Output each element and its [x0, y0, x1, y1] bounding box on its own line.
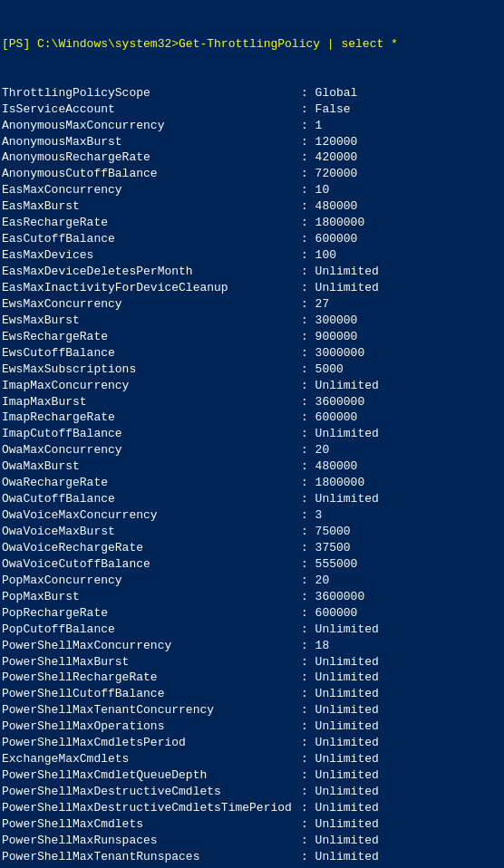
- row-separator: :: [301, 362, 315, 378]
- row-key: EasRechargeRate: [2, 215, 301, 231]
- row-separator: :: [301, 491, 315, 507]
- table-row: AnonymousRechargeRate: 420000: [2, 149, 502, 166]
- row-value: 480000: [315, 458, 358, 475]
- row-value: 300000: [315, 313, 358, 329]
- table-row: OwaVoiceCutoffBalance: 555000: [2, 556, 502, 573]
- row-separator: :: [301, 166, 315, 182]
- row-value: Unlimited: [315, 833, 379, 849]
- row-separator: :: [301, 101, 315, 118]
- row-separator: :: [301, 686, 315, 702]
- row-key: PowerShellMaxBurst: [2, 654, 301, 670]
- table-row: ImapCutoffBalance: Unlimited: [2, 426, 502, 442]
- row-separator: :: [301, 556, 315, 573]
- row-value: Unlimited: [315, 702, 379, 719]
- row-separator: :: [301, 540, 315, 556]
- table-row: PopMaxConcurrency: 20: [2, 573, 502, 589]
- output-area: ThrottlingPolicyScope: GlobalIsServiceAc…: [2, 85, 502, 868]
- row-separator: :: [301, 215, 315, 231]
- table-row: OwaCutoffBalance: Unlimited: [2, 491, 502, 507]
- row-separator: :: [301, 719, 315, 735]
- row-separator: :: [301, 589, 315, 605]
- row-value: Unlimited: [315, 622, 379, 638]
- row-separator: :: [301, 118, 315, 134]
- row-key: PopMaxConcurrency: [2, 573, 301, 589]
- row-key: EasMaxDeviceDeletesPerMonth: [2, 264, 301, 280]
- row-value: 480000: [315, 198, 358, 215]
- row-value: Unlimited: [315, 767, 379, 784]
- row-key: PowerShellMaxTenantConcurrency: [2, 702, 301, 719]
- row-separator: :: [301, 149, 315, 166]
- row-separator: :: [301, 800, 315, 816]
- row-separator: :: [301, 442, 315, 458]
- row-key: OwaMaxConcurrency: [2, 442, 301, 458]
- row-separator: :: [301, 182, 315, 198]
- row-key: EasMaxInactivityForDeviceCleanup: [2, 280, 301, 296]
- row-key: PowerShellMaxConcurrency: [2, 638, 301, 654]
- row-value: Unlimited: [315, 426, 379, 442]
- row-separator: :: [301, 670, 315, 686]
- row-key: OwaRechargeRate: [2, 475, 301, 491]
- table-row: OwaVoiceMaxBurst: 75000: [2, 524, 502, 540]
- row-separator: :: [301, 751, 315, 767]
- row-value: Global: [315, 85, 358, 101]
- row-separator: :: [301, 198, 315, 215]
- row-separator: :: [301, 410, 315, 426]
- table-row: EwsMaxSubscriptions: 5000: [2, 362, 502, 378]
- row-value: Unlimited: [315, 751, 379, 767]
- table-row: OwaVoiceMaxConcurrency: 3: [2, 507, 502, 524]
- row-key: PopRechargeRate: [2, 605, 301, 622]
- table-row: EwsCutoffBalance: 3000000: [2, 345, 502, 362]
- row-key: PowerShellMaxTenantRunspaces: [2, 849, 301, 865]
- row-separator: :: [301, 264, 315, 280]
- row-key: PowerShellCutoffBalance: [2, 686, 301, 702]
- row-value: Unlimited: [315, 735, 379, 751]
- table-row: EasRechargeRate: 1800000: [2, 215, 502, 231]
- row-separator: :: [301, 345, 315, 362]
- row-key: EasCutoffBalance: [2, 231, 301, 247]
- table-row: OwaRechargeRate: 1800000: [2, 475, 502, 491]
- row-key: EwsMaxBurst: [2, 313, 301, 329]
- row-key: EasMaxBurst: [2, 198, 301, 215]
- table-row: PowerShellCutoffBalance: Unlimited: [2, 686, 502, 702]
- table-row: ThrottlingPolicyScope: Global: [2, 85, 502, 101]
- table-row: PowerShellMaxDestructiveCmdletsTimePerio…: [2, 800, 502, 816]
- table-row: EasMaxDeviceDeletesPerMonth: Unlimited: [2, 264, 502, 280]
- row-key: EwsCutoffBalance: [2, 345, 301, 362]
- row-separator: :: [301, 622, 315, 638]
- table-row: EwsMaxConcurrency: 27: [2, 296, 502, 313]
- row-key: EwsMaxConcurrency: [2, 296, 301, 313]
- row-key: ImapCutoffBalance: [2, 426, 301, 442]
- row-separator: :: [301, 247, 315, 264]
- row-key: AnonymousCutoffBalance: [2, 166, 301, 182]
- row-value: Unlimited: [315, 849, 379, 865]
- row-separator: :: [301, 767, 315, 784]
- table-row: OwaMaxConcurrency: 20: [2, 442, 502, 458]
- row-separator: :: [301, 231, 315, 247]
- row-separator: :: [301, 507, 315, 524]
- row-separator: :: [301, 458, 315, 475]
- row-value: 75000: [315, 524, 351, 540]
- row-value: 3: [315, 507, 323, 524]
- row-value: 720000: [315, 166, 358, 182]
- row-value: 420000: [315, 149, 358, 166]
- row-separator: :: [301, 134, 315, 150]
- row-key: OwaVoiceMaxBurst: [2, 524, 301, 540]
- table-row: PowerShellMaxTenantConcurrency: Unlimite…: [2, 702, 502, 719]
- table-row: ImapRechargeRate: 600000: [2, 410, 502, 426]
- row-key: PopCutoffBalance: [2, 622, 301, 638]
- row-key: PowerShellMaxCmdletQueueDepth: [2, 767, 301, 784]
- row-value: 1: [315, 118, 323, 134]
- table-row: EasMaxDevices: 100: [2, 247, 502, 264]
- table-row: PowerShellMaxBurst: Unlimited: [2, 654, 502, 670]
- row-key: OwaCutoffBalance: [2, 491, 301, 507]
- row-value: Unlimited: [315, 719, 379, 735]
- table-row: IsServiceAccount: False: [2, 101, 502, 118]
- row-value: 27: [315, 296, 330, 313]
- row-key: ImapMaxConcurrency: [2, 378, 301, 394]
- table-row: EwsMaxBurst: 300000: [2, 313, 502, 329]
- row-separator: :: [301, 702, 315, 719]
- row-separator: :: [301, 378, 315, 394]
- row-key: ImapMaxBurst: [2, 394, 301, 410]
- row-value: 3600000: [315, 394, 365, 410]
- row-separator: :: [301, 573, 315, 589]
